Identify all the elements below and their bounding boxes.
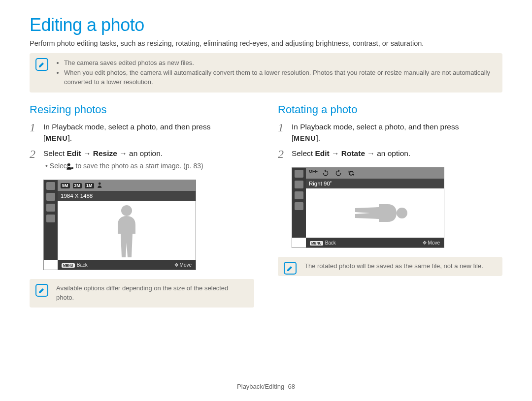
side-icon: [46, 204, 55, 212]
rotating-note-text: The rotated photo will be saved as the s…: [304, 262, 483, 270]
step-number-1: 1: [278, 121, 287, 144]
note-icon: [284, 262, 297, 275]
resizing-step-1: 1 In Playback mode, select a photo, and …: [30, 121, 254, 144]
silhouette-lying-icon: [340, 196, 409, 230]
resizing-step1-text: In Playback mode, select a photo, and th…: [43, 123, 211, 131]
lcd-resize-footer: MENUBack ✥ Move: [58, 260, 196, 270]
heading-resizing: Resizing photos: [30, 103, 254, 116]
resizing-step2-text: Select Edit → Resize → an option.: [43, 149, 163, 157]
heading-rotating: Rotating a photo: [278, 103, 502, 116]
resizing-step2-bullet: Select to save the photo as a start imag…: [43, 161, 254, 173]
menu-tag-icon: MENU: [310, 241, 323, 246]
rotate-icons-row: OFF: [309, 169, 355, 177]
rotating-note-box: The rotated photo will be saved as the s…: [278, 257, 502, 276]
lcd-resize-topbar: 5M 3M 1M: [58, 180, 196, 191]
lcd-move-label: Move: [428, 240, 440, 246]
lcd-back-label: Back: [325, 240, 336, 246]
page-root: Editing a photo Perform photo editing ta…: [0, 0, 532, 401]
intro-paragraph: Perform photo editing tasks, such as res…: [30, 39, 502, 47]
lcd-rotate: OFF Right 90: [292, 167, 444, 248]
side-icon: [295, 202, 303, 210]
lcd-resize: 5M 3M 1M 1984 X 1488: [43, 180, 196, 270]
resizing-note-text: Available options differ depending on th…: [56, 284, 228, 301]
page-title: Editing a photo: [30, 15, 502, 35]
lcd-resize-toolbar: 1984 X 1488: [58, 191, 196, 201]
svg-point-4: [121, 205, 132, 216]
side-icon: [295, 191, 303, 199]
columns: Resizing photos 1 In Playback mode, sele…: [30, 103, 502, 318]
size-chip-1m: 1M: [85, 183, 94, 188]
step-number-2: 2: [278, 148, 287, 160]
lcd-rotate-angle: Right 90˚: [309, 181, 332, 186]
side-icon: [46, 193, 55, 201]
footer-section: Playback/Editing: [237, 383, 284, 390]
side-icon: [46, 215, 55, 222]
start-image-icon: [71, 162, 74, 173]
size-chip-5m: 5M: [61, 183, 70, 188]
lcd-rotate-topbar: OFF: [306, 168, 444, 179]
resizing-note-box: Available options differ depending on th…: [30, 279, 254, 308]
rotating-step2-text: Select Edit → Rotate → an option.: [292, 149, 410, 157]
footer-page-number: 68: [288, 383, 295, 390]
side-icon: [295, 181, 303, 188]
lcd-back-label: Back: [77, 262, 88, 268]
note-icon: [35, 284, 48, 297]
lcd-rotate-canvas: [306, 188, 444, 238]
side-icon: [46, 182, 55, 190]
rotate-left-icon: [334, 169, 342, 177]
note-icon: [35, 58, 48, 71]
rotating-step1-text: In Playback mode, select a photo, and th…: [292, 123, 459, 131]
rotating-step-1: 1 In Playback mode, select a photo, and …: [278, 121, 502, 144]
menu-label-right: MENU: [294, 134, 316, 142]
menu-label-left: MENU: [45, 134, 67, 142]
step-number-1: 1: [30, 121, 38, 144]
size-chip-3m: 3M: [73, 183, 82, 188]
menu-tag-icon: MENU: [62, 263, 75, 268]
svg-point-3: [98, 183, 100, 185]
column-resizing: Resizing photos 1 In Playback mode, sele…: [30, 103, 254, 318]
lcd-resize-canvas: [58, 201, 196, 260]
side-icon: [295, 170, 303, 178]
svg-point-0: [67, 163, 70, 166]
lcd-resize-resolution: 1984 X 1488: [61, 193, 93, 199]
top-note-item-2: When you edit photos, the camera will au…: [64, 68, 496, 87]
lcd-rotate-toolbar: Right 90˚: [306, 179, 444, 188]
resizing-step-2: 2 Select Edit → Resize → an option. Sele…: [30, 148, 254, 173]
rotate-off-icon: OFF: [309, 169, 317, 177]
lcd-rotate-side-icons: [292, 168, 306, 238]
lcd-move-label: Move: [180, 262, 192, 268]
top-note-item-1: The camera saves edited photos as new fi…: [64, 59, 496, 68]
step-number-2: 2: [30, 148, 38, 173]
rotate-right-icon: [322, 169, 330, 177]
column-rotating: Rotating a photo 1 In Playback mode, sel…: [278, 103, 502, 318]
rotating-step-2: 2 Select Edit → Rotate → an option.: [278, 148, 502, 160]
svg-point-2: [71, 168, 72, 169]
rotate-180-icon: [347, 169, 355, 177]
lcd-resize-side-icons: [44, 180, 58, 260]
page-footer: Playback/Editing 68: [0, 383, 532, 390]
silhouette-standing-icon: [107, 203, 146, 257]
svg-point-5: [397, 208, 407, 218]
lcd-rotate-footer: MENUBack ✥ Move: [306, 238, 444, 247]
start-image-chip-icon: [97, 182, 104, 189]
top-note-box: The camera saves edited photos as new fi…: [30, 53, 502, 93]
